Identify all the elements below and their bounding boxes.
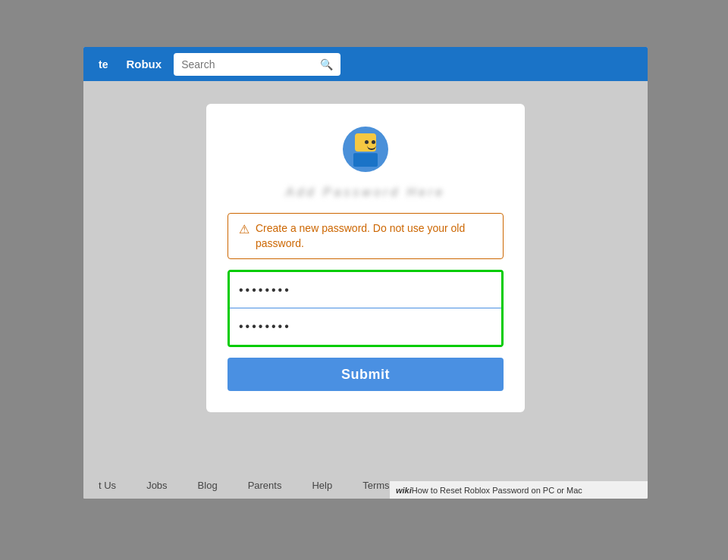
- warning-icon: ⚠: [239, 222, 249, 236]
- footer-link-parents[interactable]: Parents: [248, 480, 282, 491]
- submit-button[interactable]: Submit: [228, 358, 504, 391]
- wikihow-prefix: wiki: [396, 486, 412, 495]
- footer-link-blog[interactable]: Blog: [198, 480, 218, 491]
- wikihow-bar: wiki How to Reset Roblox Password on PC …: [390, 480, 648, 499]
- wikihow-title: How to Reset Roblox Password on PC or Ma…: [412, 486, 582, 495]
- search-input[interactable]: [181, 58, 314, 70]
- avatar: [343, 127, 388, 172]
- password-fields-wrapper: [228, 270, 504, 347]
- username-display: Add Password Here: [286, 186, 445, 199]
- footer-link-about[interactable]: t Us: [99, 480, 116, 491]
- warning-box: ⚠ Create a new password. Do not use your…: [228, 213, 504, 259]
- avatar-eye-left: [365, 140, 369, 144]
- nav-robux[interactable]: Robux: [126, 58, 162, 70]
- nav-bar: te Robux 🔍: [83, 47, 648, 81]
- avatar-head: [355, 133, 376, 152]
- screenshot-frame: te Robux 🔍 Add Password H: [82, 45, 649, 500]
- footer-link-terms[interactable]: Terms: [362, 480, 389, 491]
- footer-link-jobs[interactable]: Jobs: [146, 480, 167, 491]
- main-content: Add Password Here ⚠ Create a new passwor…: [83, 81, 648, 499]
- search-bar[interactable]: 🔍: [174, 53, 340, 76]
- nav-tab-te[interactable]: te: [93, 55, 114, 74]
- avatar-eye-right: [372, 140, 375, 144]
- footer-link-help[interactable]: Help: [312, 480, 332, 491]
- confirm-password-input[interactable]: [230, 308, 501, 345]
- warning-message: Create a new password. Do not use your o…: [256, 221, 492, 251]
- avatar-body: [353, 153, 378, 167]
- avatar-figure: [349, 130, 382, 168]
- search-icon: 🔍: [320, 58, 333, 70]
- new-password-input[interactable]: [230, 272, 501, 308]
- reset-password-card: Add Password Here ⚠ Create a new passwor…: [206, 104, 525, 412]
- avatar-smile: [367, 145, 376, 150]
